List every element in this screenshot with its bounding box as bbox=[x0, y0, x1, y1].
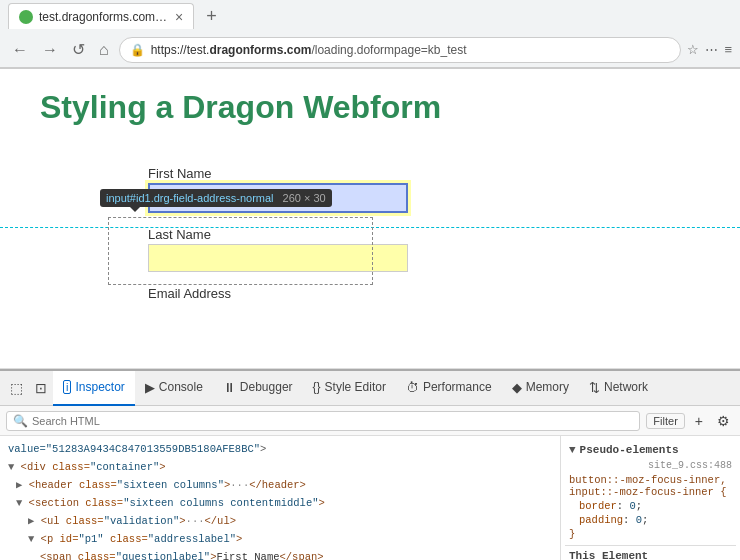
html-line: ▼ <section class="sixteen columns conten… bbox=[0, 494, 560, 512]
prop-name: padding bbox=[579, 514, 623, 526]
expand-arrow[interactable]: ▶ bbox=[28, 515, 41, 527]
tab-inspector[interactable]: i Inspector bbox=[53, 371, 135, 406]
style-editor-tab-icon: {} bbox=[313, 380, 321, 394]
expand-arrow[interactable]: ▶ bbox=[16, 479, 29, 491]
memory-tab-icon: ◆ bbox=[512, 380, 522, 395]
url-text: https://test.dragonforms.com/loading.dof… bbox=[151, 43, 671, 57]
tab-network[interactable]: ⇅ Network bbox=[579, 371, 658, 406]
overflow-button[interactable]: ⋯ bbox=[705, 42, 718, 57]
console-tab-label: Console bbox=[159, 380, 203, 394]
html-line: value="51283A9434C847013559DB5180AFE8BC"… bbox=[0, 440, 560, 458]
html-attr-value: value= bbox=[8, 443, 46, 455]
html-line: ▶ <ul class="validation">···</ul> bbox=[0, 512, 560, 530]
devtools-body: value="51283A9434C847013559DB5180AFE8BC"… bbox=[0, 436, 740, 560]
first-name-label: First Name bbox=[148, 166, 700, 181]
url-bar[interactable]: 🔒 https://test.dragonforms.com/loading.d… bbox=[119, 37, 682, 63]
html-line: ▼ <div class="container"> bbox=[0, 458, 560, 476]
network-tab-icon: ⇅ bbox=[589, 380, 600, 395]
tab-favicon bbox=[19, 10, 33, 24]
devtools-toolbar: ⬚ ⊡ i Inspector ▶ Console ⏸ Debugger {} … bbox=[0, 371, 740, 406]
expand-arrow[interactable]: ▼ bbox=[16, 497, 29, 509]
last-name-input[interactable] bbox=[148, 244, 408, 272]
tooltip-dimensions: 260 × 30 bbox=[283, 192, 326, 204]
back-button[interactable]: ← bbox=[8, 39, 32, 61]
tab-bar: test.dragonforms.com/loading... × + bbox=[0, 0, 740, 32]
tooltip-selector: input#id1.drg-field-address-normal bbox=[106, 192, 274, 204]
style-rule: button::-moz-focus-inner, input::-moz-fo… bbox=[565, 473, 736, 541]
email-label: Email Address bbox=[148, 286, 700, 301]
element-tooltip: input#id1.drg-field-address-normal 260 ×… bbox=[100, 189, 332, 207]
search-icon: 🔍 bbox=[13, 414, 28, 428]
add-rule-button[interactable]: + bbox=[691, 411, 707, 431]
html-line: ▼ <p id="p1" class="addresslabel"> bbox=[0, 530, 560, 548]
style-editor-tab-label: Style Editor bbox=[325, 380, 386, 394]
html-line: ▶ <header class="sixteen columns">···</h… bbox=[0, 476, 560, 494]
inspector-tab-label: Inspector bbox=[75, 380, 124, 394]
memory-tab-label: Memory bbox=[526, 380, 569, 394]
tab-close-button[interactable]: × bbox=[175, 9, 183, 25]
devtools-responsive-button[interactable]: ⊡ bbox=[29, 376, 53, 400]
bookmark-button[interactable]: ☆ bbox=[687, 42, 699, 57]
debugger-tab-icon: ⏸ bbox=[223, 380, 236, 395]
style-property-padding: padding: 0; bbox=[565, 513, 736, 527]
html-line: <span class="questionlabel">First Name</… bbox=[0, 548, 560, 560]
devtools-settings-button[interactable]: ⚙ bbox=[713, 411, 734, 431]
style-close-brace: } bbox=[565, 527, 736, 541]
lock-icon: 🔒 bbox=[130, 43, 145, 57]
page-title: Styling a Dragon Webform bbox=[40, 89, 700, 126]
url-path: /loading.doform bbox=[311, 43, 394, 57]
last-name-group: Last Name bbox=[40, 227, 700, 272]
search-input-wrapper[interactable]: 🔍 bbox=[6, 411, 640, 431]
form-section: First Name Last Name Email Address bbox=[40, 166, 700, 301]
this-element-header: This Element bbox=[565, 545, 736, 560]
search-input[interactable] bbox=[32, 415, 633, 427]
tab-performance[interactable]: ⏱ Performance bbox=[396, 371, 502, 406]
filter-button[interactable]: Filter bbox=[646, 413, 684, 429]
tab-console[interactable]: ▶ Console bbox=[135, 371, 213, 406]
reload-button[interactable]: ↺ bbox=[68, 38, 89, 61]
url-domain: dragonforms.com bbox=[209, 43, 311, 57]
browser-chrome: test.dragonforms.com/loading... × + ← → … bbox=[0, 0, 740, 69]
inspector-tab-icon: i bbox=[63, 380, 71, 394]
new-tab-button[interactable]: + bbox=[198, 6, 225, 27]
menu-button[interactable]: ≡ bbox=[724, 42, 732, 57]
responsive-icon: ⊡ bbox=[35, 380, 47, 396]
tab-title: test.dragonforms.com/loading... bbox=[39, 10, 169, 24]
pick-icon: ⬚ bbox=[10, 380, 23, 396]
devtools-pick-button[interactable]: ⬚ bbox=[4, 376, 29, 400]
page-content: Styling a Dragon Webform input#id1.drg-f… bbox=[0, 69, 740, 369]
pseudo-arrow-icon: ▼ bbox=[569, 444, 576, 456]
url-param: page=kb_test bbox=[394, 43, 466, 57]
network-tab-label: Network bbox=[604, 380, 648, 394]
expand-arrow[interactable]: ▼ bbox=[28, 533, 41, 545]
forward-button[interactable]: → bbox=[38, 39, 62, 61]
nav-bar: ← → ↺ ⌂ 🔒 https://test.dragonforms.com/l… bbox=[0, 32, 740, 68]
url-prefix: https://test. bbox=[151, 43, 210, 57]
email-group: Email Address bbox=[40, 286, 700, 301]
pseudo-elements-label: Pseudo-elements bbox=[580, 444, 679, 456]
tab-memory[interactable]: ◆ Memory bbox=[502, 371, 579, 406]
last-name-label: Last Name bbox=[148, 227, 700, 242]
prop-name: border bbox=[579, 500, 617, 512]
tab-debugger[interactable]: ⏸ Debugger bbox=[213, 371, 303, 406]
pseudo-elements-header: ▼ Pseudo-elements bbox=[565, 440, 736, 458]
debugger-tab-label: Debugger bbox=[240, 380, 293, 394]
tab-style-editor[interactable]: {} Style Editor bbox=[303, 371, 396, 406]
expand-arrow[interactable]: ▼ bbox=[8, 461, 21, 473]
style-property-border: border: 0; bbox=[565, 499, 736, 513]
last-name-input-wrapper bbox=[148, 244, 700, 272]
search-bar: 🔍 Filter + ⚙ bbox=[0, 406, 740, 436]
this-element-label: This Element bbox=[569, 550, 648, 560]
browser-tab[interactable]: test.dragonforms.com/loading... × bbox=[8, 3, 194, 29]
home-button[interactable]: ⌂ bbox=[95, 39, 113, 61]
console-tab-icon: ▶ bbox=[145, 380, 155, 395]
performance-tab-label: Performance bbox=[423, 380, 492, 394]
styles-panel: ▼ Pseudo-elements site_9.css:488 button:… bbox=[560, 436, 740, 560]
performance-tab-icon: ⏱ bbox=[406, 380, 419, 395]
html-panel: value="51283A9434C847013559DB5180AFE8BC"… bbox=[0, 436, 560, 560]
devtools-panel: ⬚ ⊡ i Inspector ▶ Console ⏸ Debugger {} … bbox=[0, 369, 740, 560]
style-file-reference: site_9.css:488 bbox=[565, 458, 736, 473]
style-selector: button::-moz-focus-inner, input::-moz-fo… bbox=[565, 473, 736, 499]
